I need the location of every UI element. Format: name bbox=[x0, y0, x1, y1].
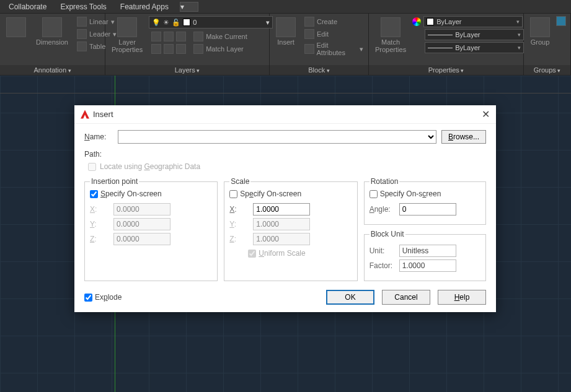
create-icon bbox=[304, 17, 314, 27]
edit-icon bbox=[304, 29, 314, 39]
rotation-legend: Rotation bbox=[370, 177, 400, 186]
menubar: Collaborate Express Tools Featured Apps … bbox=[0, 0, 571, 14]
menu-express-tools[interactable]: Express Tools bbox=[54, 1, 112, 12]
leader-icon bbox=[77, 29, 87, 39]
layer-tool-icon bbox=[176, 44, 186, 54]
browse-button[interactable]: Browse... bbox=[441, 130, 486, 144]
scale-z-label: Z: bbox=[229, 235, 248, 243]
panel-properties: Match Properties ByLayer ByLayer ByLayer… bbox=[369, 14, 524, 75]
text-icon bbox=[6, 17, 26, 37]
line-preview bbox=[428, 48, 453, 48]
create-block-button[interactable]: Create bbox=[302, 16, 366, 27]
layer-dropdown[interactable]: 💡 ☀ 🔓 0 ▾ bbox=[149, 16, 273, 28]
match-properties-button[interactable]: Match Properties bbox=[371, 16, 410, 54]
menu-collaborate[interactable]: Collaborate bbox=[2, 1, 53, 12]
factor-label: Factor: bbox=[370, 261, 394, 270]
unit-value: Unitless bbox=[399, 245, 456, 257]
insert-button[interactable]: Insert bbox=[272, 16, 299, 47]
insertion-y-input bbox=[113, 218, 170, 230]
dimension-button[interactable]: Dimension bbox=[32, 16, 72, 47]
layer-tool-icon bbox=[164, 32, 174, 41]
help-button[interactable]: Help bbox=[438, 290, 486, 305]
layer-tool-2[interactable] bbox=[149, 43, 188, 54]
lock-icon: 🔓 bbox=[172, 19, 180, 27]
edit-attributes-button[interactable]: Edit Attributes▾ bbox=[302, 41, 366, 57]
linetype-dropdown[interactable]: ByLayer bbox=[425, 42, 524, 53]
ribbon-appearance-dropdown[interactable]: ▾ bbox=[180, 2, 198, 12]
insertion-specify-checkbox[interactable] bbox=[90, 190, 98, 198]
uniform-scale-label: Uniform Scale bbox=[259, 249, 305, 258]
lineweight-dropdown[interactable]: ByLayer bbox=[425, 29, 524, 40]
scale-x-label: X: bbox=[229, 205, 248, 214]
explode-label: Explode bbox=[95, 293, 122, 302]
table-icon bbox=[77, 41, 87, 51]
scale-legend: Scale bbox=[229, 177, 250, 186]
panel-title-groups[interactable]: Groups bbox=[534, 66, 561, 74]
make-current-button[interactable]: Make Current bbox=[191, 31, 250, 42]
linear-icon bbox=[77, 17, 87, 27]
rotation-specify-label: Specify On-screen bbox=[380, 189, 441, 198]
panel-block: Insert Create Edit Edit Attributes▾ Bloc… bbox=[270, 14, 369, 75]
unit-label: Unit: bbox=[370, 246, 394, 255]
insertion-y-label: Y: bbox=[90, 220, 108, 229]
sun-icon: ☀ bbox=[163, 19, 169, 27]
color-dropdown[interactable]: ByLayer bbox=[423, 16, 523, 27]
text-button[interactable]: . bbox=[2, 16, 30, 47]
angle-label: Angle: bbox=[370, 205, 394, 214]
autocad-logo-icon bbox=[81, 110, 89, 119]
name-dropdown[interactable] bbox=[118, 130, 436, 144]
insertion-x-input bbox=[113, 203, 170, 216]
layer-tool-icon bbox=[164, 44, 174, 54]
dialog-title: Insert bbox=[93, 110, 113, 119]
insert-icon bbox=[276, 17, 296, 37]
rotation-group: Rotation Specify On-screen Angle: bbox=[364, 177, 486, 225]
path-label: Path: bbox=[84, 150, 486, 159]
scale-x-input[interactable] bbox=[253, 203, 310, 216]
panel-title-layers[interactable]: Layers bbox=[175, 66, 200, 74]
ribbon: . Dimension Linear▾ Leader▾ Table Annota… bbox=[0, 14, 571, 76]
rotation-specify-checkbox[interactable] bbox=[370, 190, 378, 198]
group-icon bbox=[530, 17, 550, 37]
scale-specify-label: Specify On-screen bbox=[240, 189, 301, 198]
match-layer-button[interactable]: Match Layer bbox=[191, 43, 250, 54]
uniform-scale-checkbox bbox=[248, 250, 256, 258]
layer-properties-button[interactable]: Layer Properties bbox=[108, 16, 146, 54]
scale-group: Scale Specify On-screen X: Y: Z: Uniform… bbox=[224, 177, 357, 281]
cancel-button[interactable]: Cancel bbox=[382, 290, 430, 305]
panel-layers: Layer Properties 💡 ☀ 🔓 0 ▾ bbox=[105, 14, 270, 75]
insertion-specify-label: Specify On-screen bbox=[100, 189, 162, 198]
panel-title-annotation[interactable]: Annotation bbox=[33, 66, 71, 74]
blockunit-legend: Block Unit bbox=[370, 230, 405, 238]
group-tool-icon[interactable] bbox=[556, 16, 566, 26]
edit-block-button[interactable]: Edit bbox=[302, 28, 366, 40]
group-button[interactable]: Group bbox=[526, 16, 554, 47]
layer-tool-1[interactable] bbox=[149, 31, 188, 42]
menu-featured-apps[interactable]: Featured Apps bbox=[114, 1, 175, 12]
layer-tool-icon bbox=[151, 32, 161, 41]
insert-dialog: Insert ✕ Name: Browse... Path: Locate us… bbox=[74, 105, 496, 312]
angle-input[interactable] bbox=[399, 203, 456, 216]
name-label: Name: bbox=[84, 133, 113, 141]
dimension-icon bbox=[42, 17, 62, 37]
panel-title-properties[interactable]: Properties bbox=[428, 66, 464, 74]
layer-tool-icon bbox=[176, 32, 186, 41]
ok-button[interactable]: OK bbox=[326, 290, 374, 305]
white-swatch bbox=[427, 18, 434, 25]
close-button[interactable]: ✕ bbox=[482, 108, 490, 120]
insertion-point-group: Insertion point Specify On-screen X: Y: … bbox=[84, 177, 218, 281]
scale-specify-checkbox[interactable] bbox=[229, 190, 237, 198]
make-current-icon bbox=[193, 32, 203, 41]
explode-checkbox[interactable] bbox=[84, 294, 92, 302]
color-swatch-icon bbox=[412, 17, 421, 26]
dialog-titlebar[interactable]: Insert ✕ bbox=[74, 105, 496, 124]
insertion-legend: Insertion point bbox=[90, 177, 139, 186]
scale-y-input bbox=[253, 218, 310, 230]
line-preview bbox=[428, 35, 453, 35]
factor-value: 1.0000 bbox=[399, 259, 456, 272]
edit-attr-icon bbox=[304, 44, 314, 54]
panel-title-block[interactable]: Block bbox=[308, 66, 329, 74]
insertion-z-label: Z: bbox=[90, 235, 108, 243]
layer-color-swatch bbox=[183, 19, 190, 26]
panel-groups: Group Groups bbox=[524, 14, 571, 75]
locate-geo-checkbox bbox=[88, 163, 96, 171]
